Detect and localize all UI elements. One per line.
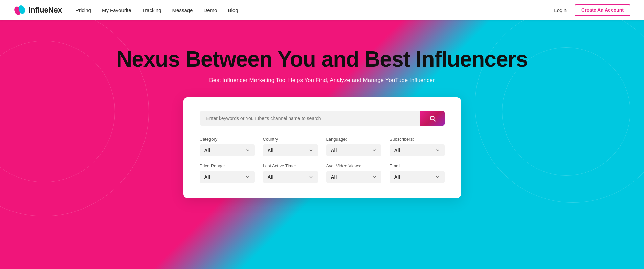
- nav-demo[interactable]: Demo: [203, 7, 217, 13]
- filter-grid: Category: All Country: All: [200, 137, 445, 183]
- main-nav: Pricing My Favourite Tracking Message De…: [75, 7, 554, 13]
- filter-language-value: All: [331, 148, 337, 153]
- filter-price-range-select[interactable]: All: [200, 171, 255, 183]
- create-account-button[interactable]: Create An Account: [575, 4, 630, 16]
- filter-category-value: All: [204, 148, 210, 153]
- filter-country-label: Country:: [263, 137, 318, 142]
- hero-subtitle: Best Influencer Marketing Tool Helps You…: [209, 77, 435, 84]
- filter-subscribers-value: All: [394, 148, 400, 153]
- chevron-down-icon: [372, 175, 377, 179]
- nav-tracking[interactable]: Tracking: [142, 7, 161, 13]
- navbar-actions: Login Create An Account: [554, 4, 630, 16]
- filter-language: Language: All: [326, 137, 381, 156]
- nav-message[interactable]: Message: [172, 7, 193, 13]
- filter-last-active-time: Last Active Time: All: [263, 163, 318, 183]
- nav-pricing[interactable]: Pricing: [75, 7, 91, 13]
- chevron-down-icon: [435, 175, 440, 179]
- filter-email-select[interactable]: All: [390, 171, 445, 183]
- search-card: Category: All Country: All: [183, 97, 461, 198]
- filter-price-range: Price Range: All: [200, 163, 255, 183]
- filter-category: Category: All: [200, 137, 255, 156]
- filter-avg-video-views-label: Avg. Video Views:: [326, 163, 381, 168]
- logo-icon: [14, 4, 26, 16]
- logo-link[interactable]: InflueNex: [14, 4, 62, 16]
- chevron-down-icon: [309, 148, 313, 153]
- search-row: [200, 111, 445, 126]
- search-button[interactable]: [420, 111, 445, 126]
- filter-country-select[interactable]: All: [263, 144, 318, 156]
- filter-category-select[interactable]: All: [200, 144, 255, 156]
- chevron-down-icon: [309, 175, 313, 179]
- search-icon: [429, 115, 436, 122]
- filter-avg-video-views: Avg. Video Views: All: [326, 163, 381, 183]
- filter-price-range-value: All: [204, 174, 210, 180]
- filter-email: Email: All: [390, 163, 445, 183]
- nav-my-favourite[interactable]: My Favourite: [102, 7, 131, 13]
- filter-subscribers: Subscribers: All: [390, 137, 445, 156]
- filter-avg-video-views-value: All: [331, 174, 337, 180]
- filter-subscribers-label: Subscribers:: [390, 137, 445, 142]
- chevron-down-icon: [245, 175, 250, 179]
- hero-content: Nexus Between You and Best Influencers B…: [0, 20, 644, 198]
- filter-avg-video-views-select[interactable]: All: [326, 171, 381, 183]
- filter-category-label: Category:: [200, 137, 255, 142]
- filter-email-label: Email:: [390, 163, 445, 168]
- filter-language-label: Language:: [326, 137, 381, 142]
- login-link[interactable]: Login: [554, 7, 567, 13]
- filter-country: Country: All: [263, 137, 318, 156]
- chevron-down-icon: [372, 148, 377, 153]
- filter-subscribers-select[interactable]: All: [390, 144, 445, 156]
- filter-last-active-value: All: [268, 174, 274, 180]
- navbar: InflueNex Pricing My Favourite Tracking …: [0, 0, 644, 20]
- chevron-down-icon: [245, 148, 250, 153]
- filter-last-active-label: Last Active Time:: [263, 163, 318, 168]
- filter-email-value: All: [394, 174, 400, 180]
- chevron-down-icon: [435, 148, 440, 153]
- filter-country-value: All: [268, 148, 274, 153]
- nav-blog[interactable]: Blog: [228, 7, 238, 13]
- filter-last-active-select[interactable]: All: [263, 171, 318, 183]
- hero-title: Nexus Between You and Best Influencers: [116, 47, 528, 71]
- hero-title-dark: Best Influencers: [364, 47, 528, 71]
- logo-text: InflueNex: [28, 6, 62, 15]
- search-input[interactable]: [200, 111, 420, 126]
- hero-section: Nexus Between You and Best Influencers B…: [0, 20, 644, 269]
- hero-title-white: Nexus Between You and: [116, 47, 364, 71]
- filter-price-range-label: Price Range:: [200, 163, 255, 168]
- filter-language-select[interactable]: All: [326, 144, 381, 156]
